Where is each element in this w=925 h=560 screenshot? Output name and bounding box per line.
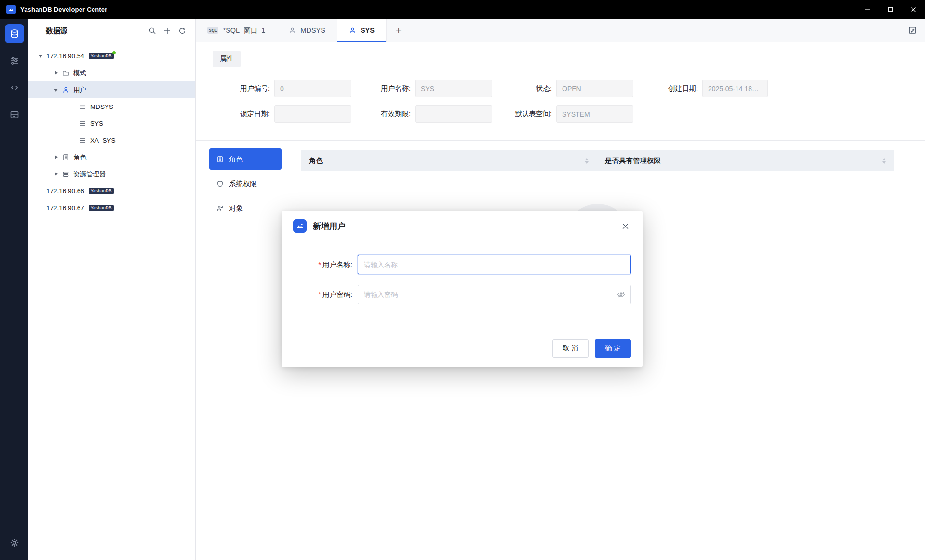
password-form-row: *用户密码: <box>293 285 631 304</box>
password-input[interactable] <box>358 285 631 304</box>
confirm-button[interactable]: 确 定 <box>595 339 631 358</box>
required-asterisk: * <box>318 261 321 268</box>
password-label: *用户密码: <box>293 290 358 299</box>
add-user-dialog: 新增用户 *用户名称: *用户密码: <box>282 211 643 367</box>
required-asterisk: * <box>318 291 321 298</box>
close-icon[interactable] <box>619 220 631 232</box>
cancel-button[interactable]: 取 消 <box>552 339 589 358</box>
username-form-row: *用户名称: <box>293 255 631 274</box>
username-input[interactable] <box>358 255 631 274</box>
password-visibility-toggle-icon[interactable] <box>617 290 625 299</box>
yashandb-logo-icon <box>293 219 307 233</box>
username-label: *用户名称: <box>293 260 358 269</box>
modal-body: *用户名称: *用户密码: <box>293 255 631 304</box>
modal-title: 新增用户 <box>313 221 346 232</box>
modal-header: 新增用户 <box>282 211 643 233</box>
modal-footer: 取 消 确 定 <box>282 329 643 367</box>
modal-overlay: 新增用户 *用户名称: *用户密码: <box>0 0 925 560</box>
